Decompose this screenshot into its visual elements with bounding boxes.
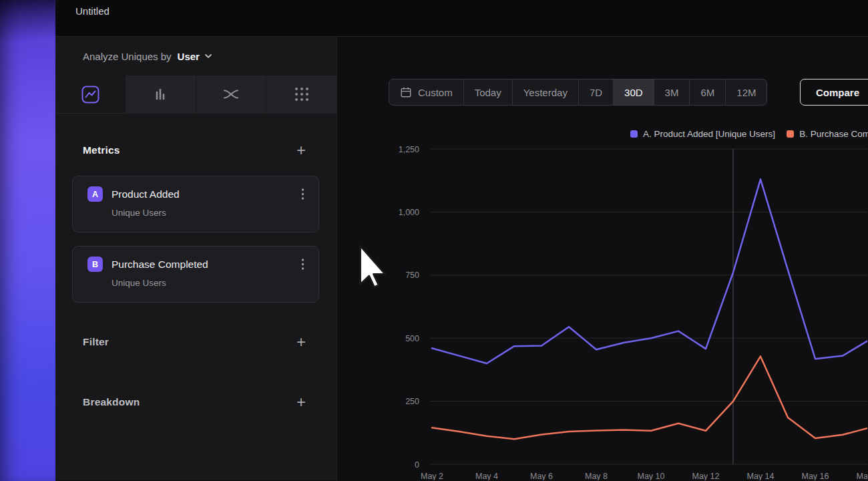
svg-text:500: 500	[405, 334, 419, 343]
filter-section-header: Filter +	[83, 332, 306, 352]
filter-heading: Filter	[83, 336, 109, 348]
top-bar: Untitled	[55, 0, 868, 37]
legend-label: A. Product Added [Unique Users]	[643, 129, 775, 139]
range-button-3m[interactable]: 3M	[654, 79, 690, 105]
range-button-label: 6M	[700, 87, 714, 98]
metric-title: Purchase Completed	[112, 259, 298, 271]
report-title[interactable]: Untitled	[55, 0, 110, 17]
chart-legend: A. Product Added [Unique Users]B. Purcha…	[630, 129, 868, 139]
svg-text:May 2: May 2	[421, 472, 443, 480]
metric-card-b[interactable]: B Purchase Completed Unique Users	[72, 246, 319, 303]
range-button-12m[interactable]: 12M	[725, 79, 767, 105]
range-button-label: 7D	[590, 87, 602, 98]
svg-text:May 4: May 4	[475, 472, 498, 480]
range-button-custom[interactable]: Custom	[389, 79, 463, 105]
range-button-label: 30D	[624, 87, 643, 98]
svg-text:May 12: May 12	[692, 472, 720, 480]
svg-text:1,250: 1,250	[399, 145, 419, 154]
breakdown-heading: Breakdown	[83, 396, 140, 408]
screen: Untitled Analyze Uniques by User	[0, 0, 868, 481]
metric-card-a[interactable]: A Product Added Unique Users	[72, 176, 319, 232]
range-button-30d[interactable]: 30D	[613, 79, 654, 105]
view-type-tabs	[55, 75, 337, 114]
metric-badge-b: B	[87, 257, 103, 272]
analyze-row: Analyze Uniques by User	[55, 37, 337, 75]
analyze-by-label: Analyze Uniques by	[83, 51, 172, 62]
metric-title: Product Added	[112, 188, 298, 200]
svg-text:May 8: May 8	[585, 472, 608, 480]
analyze-entity-value: User	[178, 51, 200, 62]
tab-bar-chart[interactable]	[126, 75, 196, 113]
chevron-down-icon	[204, 53, 212, 59]
add-breakdown-button[interactable]: +	[296, 394, 306, 410]
metrics-section-header: Metrics +	[83, 140, 306, 160]
range-button-7d[interactable]: 7D	[578, 79, 613, 105]
svg-text:May 14: May 14	[747, 472, 775, 480]
range-button-label: 3M	[665, 87, 679, 98]
svg-text:May 16: May 16	[802, 472, 829, 480]
range-button-label: Today	[475, 87, 501, 98]
breakdown-section-header: Breakdown +	[83, 392, 306, 412]
metric-cards: A Product Added Unique Users	[72, 176, 319, 303]
legend-item-a[interactable]: A. Product Added [Unique Users]	[630, 129, 775, 139]
range-button-label: Yesterday	[523, 87, 568, 98]
flow-icon	[222, 87, 240, 102]
compare-button[interactable]: Compare	[800, 79, 868, 106]
metric-subtitle: Unique Users	[112, 278, 308, 288]
metric-subtitle: Unique Users	[112, 208, 308, 218]
app-window: Untitled Analyze Uniques by User	[55, 0, 868, 481]
range-button-yesterday[interactable]: Yesterday	[512, 79, 578, 105]
legend-label: B. Purchase Completed [Unique Users]	[799, 129, 868, 139]
grid-dots-icon	[293, 86, 310, 103]
svg-text:750: 750	[405, 271, 419, 280]
range-button-label: 12M	[736, 87, 756, 98]
range-button-today[interactable]: Today	[463, 79, 512, 105]
svg-text:250: 250	[405, 397, 419, 406]
range-button-6m[interactable]: 6M	[689, 79, 725, 105]
metric-badge-a: A	[87, 186, 103, 202]
svg-text:May 6: May 6	[530, 472, 553, 480]
content: Analyze Uniques by User	[55, 37, 868, 480]
date-range-group: CustomTodayYesterday7D30D3M6M12M	[389, 79, 767, 106]
sidebar: Analyze Uniques by User	[55, 37, 337, 480]
add-metric-button[interactable]: +	[296, 142, 306, 158]
range-button-label: Custom	[418, 87, 453, 98]
calendar-icon	[400, 86, 412, 98]
line-chart-icon	[81, 86, 99, 104]
analyze-entity-select[interactable]: User	[178, 51, 212, 62]
svg-text:1,000: 1,000	[399, 208, 419, 217]
legend-item-b[interactable]: B. Purchase Completed [Unique Users]	[787, 129, 868, 139]
left-gradient-strip	[0, 0, 55, 481]
metrics-heading: Metrics	[83, 144, 120, 156]
legend-swatch	[630, 130, 638, 138]
tab-line-chart[interactable]	[55, 75, 126, 113]
bar-chart-icon	[152, 86, 168, 102]
kebab-menu-icon[interactable]	[298, 186, 308, 202]
svg-text:May 10: May 10	[638, 472, 665, 480]
kebab-menu-icon[interactable]	[298, 257, 308, 272]
add-filter-button[interactable]: +	[296, 334, 306, 350]
chart-panel: 02505007501,0001,250May 2May 4May 6May 8…	[337, 37, 868, 480]
svg-text:0: 0	[415, 460, 419, 470]
tab-flow[interactable]	[196, 75, 266, 113]
svg-text:May 18: May 18	[857, 472, 868, 480]
tab-grid[interactable]	[266, 75, 337, 113]
legend-swatch	[787, 130, 794, 138]
